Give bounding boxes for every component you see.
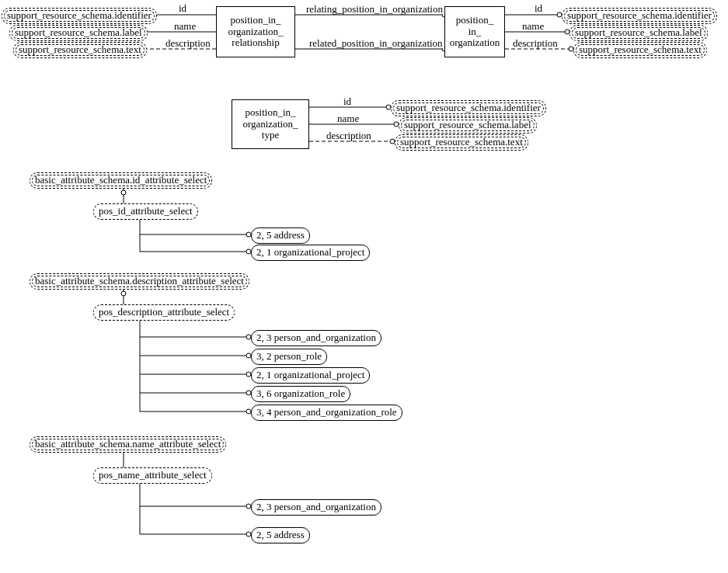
ref-text-mid: support_resource_schema.text <box>395 134 528 151</box>
label: basic_attribute_schema.id_attribute_sele… <box>35 174 207 186</box>
tree1-item: 2, 5 address <box>251 227 310 244</box>
label: pos_description_attribute_select <box>99 306 229 318</box>
ref-identifier-right: support_resource_schema.identifier <box>562 8 717 24</box>
attr-name-right: name <box>521 21 545 31</box>
attr-desc-mid: description <box>325 130 373 141</box>
label: support_resource_schema.text <box>579 43 702 55</box>
label: pos_name_attribute_select <box>99 469 207 481</box>
label: 2, 5 address <box>256 229 305 241</box>
attr-name-left: name <box>172 21 197 31</box>
attr-desc-left: description <box>164 38 212 48</box>
label: support_resource_schema.identifier <box>7 9 152 21</box>
tree2-item: 2, 1 organizational_project <box>251 367 370 384</box>
tree1-select: pos_id_attribute_select <box>93 203 198 220</box>
label: position_in_ organization_ relationship <box>228 15 283 50</box>
entity-position-in-organization-relationship: position_in_ organization_ relationship <box>216 6 295 57</box>
label: support_resource_schema.label <box>575 26 702 38</box>
tree3-item: 2, 5 address <box>251 527 310 543</box>
label: 3, 6 organization_role <box>256 387 345 399</box>
tree2-item: 3, 2 person_role <box>251 349 327 365</box>
entity-position-in-organization: position_ in_ organization <box>444 6 505 57</box>
tree3-select: pos_name_attribute_select <box>93 467 212 484</box>
attr-desc-right: description <box>511 38 559 48</box>
attr-id-right: id <box>533 3 544 13</box>
tree2-item: 3, 6 organization_role <box>251 386 350 402</box>
ref-text-left: support_resource_schema.text <box>13 42 147 58</box>
ref-label-mid: support_resource_schema.label <box>399 117 537 134</box>
label: support_resource_schema.label <box>404 119 531 130</box>
label: 2, 5 address <box>256 529 305 540</box>
rel-relating: relating_position_in_organization <box>305 4 444 14</box>
tree2-select: pos_description_attribute_select <box>93 304 235 321</box>
label: support_resource_schema.label <box>15 26 142 38</box>
label: 2, 1 organizational_project <box>256 369 364 380</box>
ref-label-left: support_resource_schema.label <box>9 25 148 41</box>
ref-identifier-left: support_resource_schema.identifier <box>2 8 157 24</box>
tree3-item: 2, 3 person_and_organization <box>251 499 381 516</box>
label: basic_attribute_schema.description_attri… <box>35 275 244 286</box>
tree2-parent: basic_attribute_schema.description_attri… <box>30 273 249 290</box>
rel-related: related_position_in_organization <box>308 38 444 48</box>
attr-id-mid: id <box>342 96 353 106</box>
label: support_resource_schema.identifier <box>567 9 712 21</box>
label: 2, 3 person_and_organization <box>256 501 376 512</box>
label: 2, 3 person_and_organization <box>256 332 376 343</box>
label: position_ in_ organization <box>450 15 500 50</box>
label: 3, 4 person_and_organization_role <box>256 406 397 418</box>
entity-position-in-organization-type: position_in_ organization_ type <box>232 99 309 149</box>
tree2-item: 3, 4 person_and_organization_role <box>251 405 402 421</box>
label: 2, 1 organizational_project <box>256 246 364 258</box>
svg-point-30 <box>121 291 126 296</box>
diagram-canvas: support_resource_schema.identifier suppo… <box>0 0 728 573</box>
ref-text-right: support_resource_schema.text <box>573 42 707 58</box>
label: basic_attribute_schema.name_attribute_se… <box>35 438 221 450</box>
label: support_resource_schema.text <box>19 43 141 55</box>
label: position_in_ organization_ type <box>242 107 298 142</box>
ref-identifier-mid: support_resource_schema.identifier <box>391 100 546 116</box>
attr-id-left: id <box>177 3 188 13</box>
svg-point-23 <box>121 190 126 195</box>
tree3-parent: basic_attribute_schema.name_attribute_se… <box>30 436 226 453</box>
tree2-item: 2, 3 person_and_organization <box>251 330 381 346</box>
attr-name-mid: name <box>336 113 361 123</box>
ref-label-right: support_resource_schema.label <box>570 25 708 41</box>
label: pos_id_attribute_select <box>99 205 193 217</box>
tree1-parent: basic_attribute_schema.id_attribute_sele… <box>30 172 212 189</box>
label: support_resource_schema.identifier <box>396 102 541 113</box>
tree1-item: 2, 1 organizational_project <box>251 245 370 261</box>
label: 3, 2 person_role <box>256 350 322 362</box>
label: support_resource_schema.text <box>400 136 523 148</box>
